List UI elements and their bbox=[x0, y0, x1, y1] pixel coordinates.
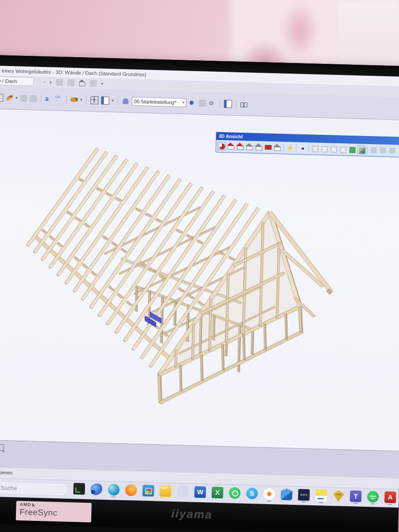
gray3-icon[interactable] bbox=[388, 146, 397, 155]
acrobat-label: A bbox=[384, 491, 396, 503]
panel-separator bbox=[308, 145, 309, 152]
house-red-roof-icon[interactable] bbox=[227, 142, 235, 151]
days-app-icon[interactable]: DAYS bbox=[298, 489, 310, 501]
monitor: ng eines Wohngebäudes - 3D: Wände / Dach… bbox=[0, 55, 399, 532]
gray2-icon[interactable] bbox=[379, 146, 387, 155]
undo-icon[interactable] bbox=[56, 79, 63, 86]
stamp-icon[interactable] bbox=[20, 94, 27, 102]
trowel-icon[interactable] bbox=[70, 97, 78, 102]
roof-glyph bbox=[227, 142, 234, 145]
toolbar-separator bbox=[66, 95, 66, 103]
stamp2-icon[interactable] bbox=[30, 95, 37, 102]
file-explorer-icon[interactable] bbox=[160, 485, 172, 497]
running-indicator bbox=[284, 501, 289, 502]
gray1-icon-glyph bbox=[371, 147, 377, 153]
walkthrough-icon-glyph: ⚡ bbox=[286, 144, 294, 153]
binoculars-icon[interactable] bbox=[240, 101, 247, 108]
walkthrough-icon[interactable]: ⚡ bbox=[286, 144, 294, 153]
freesync-label: AMD FreeSync bbox=[16, 501, 92, 523]
house-glyph bbox=[255, 146, 262, 150]
dropdown-caret[interactable]: ▾ bbox=[43, 80, 45, 84]
panel2-icon[interactable] bbox=[224, 100, 232, 108]
teams-icon[interactable]: T bbox=[350, 490, 362, 502]
gear-icon[interactable]: ⚙ bbox=[208, 100, 215, 107]
red-wall-icon[interactable] bbox=[264, 143, 273, 152]
house-outline2-icon[interactable] bbox=[254, 143, 263, 152]
3d-viewport[interactable]: 3D Ansicht ⚡◄ bbox=[0, 109, 399, 451]
house-red-roof2-icon[interactable] bbox=[236, 142, 245, 151]
excel-icon[interactable]: X bbox=[211, 487, 223, 499]
gray2-icon-glyph bbox=[380, 148, 386, 154]
zigzag-icon[interactable]: ≥ bbox=[45, 95, 52, 102]
globe-icon[interactable] bbox=[199, 99, 206, 106]
edge-icon[interactable] bbox=[108, 484, 120, 496]
house-icon[interactable] bbox=[79, 82, 85, 86]
panel-separator bbox=[367, 146, 368, 153]
running-indicator bbox=[267, 501, 271, 501]
house-outline-icon[interactable] bbox=[245, 142, 254, 151]
media-orange-icon[interactable] bbox=[263, 488, 275, 500]
cube-glyph bbox=[331, 147, 336, 153]
selection-frame-icon[interactable] bbox=[0, 94, 4, 102]
dropdown-caret[interactable]: ▾ bbox=[101, 82, 103, 86]
solid-cube-icon[interactable] bbox=[348, 145, 356, 154]
shaded-sphere-icon-glyph bbox=[219, 144, 225, 150]
microsoft-store-icon[interactable] bbox=[142, 485, 154, 497]
toolbar-separator bbox=[117, 97, 118, 105]
outlook-icon[interactable] bbox=[281, 489, 293, 501]
house-glyph bbox=[246, 146, 253, 150]
toolbar-separator bbox=[236, 100, 236, 108]
gray3-icon-glyph bbox=[389, 148, 395, 154]
redo-icon[interactable] bbox=[67, 79, 74, 86]
roof-glyph bbox=[274, 144, 281, 147]
numbering-icon[interactable]: ¹²³ ∙∙ bbox=[55, 95, 62, 102]
panel-separator bbox=[283, 144, 284, 151]
combo-value: 00 Starteinstellung* bbox=[134, 98, 176, 105]
faint-app-icon[interactable] bbox=[177, 486, 189, 498]
house-glyph bbox=[227, 145, 234, 149]
running-indicator bbox=[301, 501, 306, 502]
acrobat-icon[interactable]: A bbox=[384, 491, 396, 503]
pencil-icon[interactable] bbox=[6, 94, 13, 101]
cube-glyph bbox=[349, 147, 355, 153]
rotate-cube1-icon[interactable] bbox=[310, 144, 319, 153]
tabrow-icons: ▾▾▾ bbox=[43, 78, 103, 87]
house-detail-icon[interactable] bbox=[273, 143, 282, 152]
panel-icon[interactable] bbox=[101, 96, 109, 104]
running-indicator bbox=[371, 503, 375, 504]
roof-glyph bbox=[255, 143, 262, 146]
spotify-icon[interactable] bbox=[367, 491, 379, 503]
rotate-cube3-icon[interactable] bbox=[329, 145, 338, 154]
kps-app-label: KPS bbox=[332, 490, 344, 499]
rotate-cube4-icon[interactable] bbox=[338, 145, 347, 154]
app-dark-green-icon[interactable] bbox=[73, 483, 85, 495]
layers-icon[interactable] bbox=[90, 80, 97, 87]
pointer-icon[interactable]: ◄ bbox=[298, 144, 307, 153]
firefox-icon[interactable] bbox=[125, 484, 137, 496]
skype-icon[interactable]: S bbox=[246, 488, 258, 500]
combo-caret-icon[interactable]: ▾ bbox=[183, 101, 184, 105]
screen: ng eines Wohngebäudes - 3D: Wände / Dach… bbox=[0, 66, 399, 508]
start-setting-combo[interactable]: 00 Starteinstellung*▾ bbox=[132, 97, 187, 107]
word-icon[interactable]: W bbox=[194, 486, 206, 498]
zoom-tool-icon[interactable] bbox=[0, 444, 4, 451]
rotate-cube2-icon[interactable] bbox=[320, 145, 329, 153]
key-icon[interactable] bbox=[123, 98, 129, 104]
gray1-icon[interactable] bbox=[369, 146, 378, 155]
taskbar-search[interactable]: Suche bbox=[0, 481, 68, 496]
shaded-sphere-icon[interactable] bbox=[217, 142, 226, 151]
kps-app-icon[interactable]: KPS bbox=[332, 490, 344, 502]
plan-tab[interactable]: de / Dach bbox=[0, 76, 34, 86]
whatsapp-icon[interactable] bbox=[229, 487, 241, 499]
copilot-icon[interactable] bbox=[90, 483, 102, 495]
dropdown-caret[interactable]: ▾ bbox=[112, 98, 113, 102]
grid-icon[interactable] bbox=[90, 96, 98, 104]
person-icon[interactable]: ⚉ bbox=[189, 99, 196, 106]
dropdown-caret[interactable]: ▾ bbox=[50, 80, 51, 84]
textured-cube-icon[interactable] bbox=[357, 145, 366, 154]
dropdown-caret[interactable]: ▾ bbox=[80, 98, 82, 102]
notes-app-icon[interactable] bbox=[315, 489, 327, 501]
search-placeholder: Suche bbox=[0, 485, 17, 492]
toolbar-separator bbox=[86, 96, 86, 104]
dropdown-caret[interactable]: ▾ bbox=[16, 96, 17, 100]
